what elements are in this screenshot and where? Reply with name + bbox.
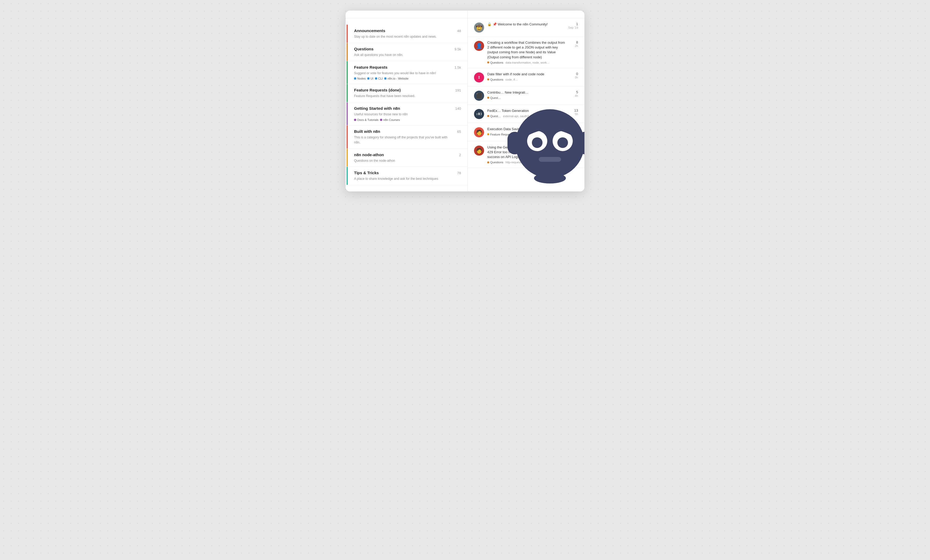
topic-meta: Quest… external-api, oauth2, rest-api (487, 115, 567, 118)
cat-count: 9.5k (454, 47, 461, 51)
category-item-getting-started[interactable]: Getting Started with n8n Useful resource… (346, 102, 467, 126)
cat-count: 2 (459, 152, 461, 157)
cat-desc: Feature Requests that have been resolved… (354, 94, 415, 98)
topic-meta: Questions data-transformation, node, wor… (487, 61, 567, 64)
cat-name: Built with n8n (354, 129, 454, 133)
topic-time: 5h (570, 131, 578, 134)
topic-replies: 0 (570, 72, 578, 76)
topic-stats: 5 4h (570, 90, 578, 97)
accent-bar (346, 43, 348, 61)
topic-item-workflow-combine[interactable]: 👤 Creating a workflow that Combines the … (468, 37, 584, 68)
cat-count: 191 (455, 88, 461, 92)
topic-tags: data-transformation, node, work… (506, 61, 550, 64)
topic-replies: 1 (570, 127, 578, 131)
topic-avatar: I (474, 72, 484, 83)
category-list: Announcements Stay up to date on the mos… (346, 25, 467, 185)
cat-count: 65 (457, 129, 461, 133)
tag-nodes[interactable]: Nodes (354, 77, 366, 80)
cat-name: n8n node-athon (354, 152, 456, 157)
accent-bar (346, 167, 348, 185)
cat-info: Questions Ask all questions you have on … (353, 47, 451, 57)
topic-tags: code, if… (506, 78, 518, 81)
cat-info: Getting Started with n8n Useful resource… (353, 106, 452, 121)
topic-meta: Questions http-request… (487, 161, 567, 164)
category-header (346, 11, 468, 18)
latest-panel: 🤠 🔒 📌 Welcome to the n8n Community! 1 Se… (468, 18, 584, 192)
category-item-questions[interactable]: Questions Ask all questions you have on … (346, 43, 467, 61)
topic-time: 4h (570, 94, 578, 97)
cat-info: Feature Requests Suggest or vote for fea… (353, 65, 451, 80)
topic-avatar: 🤠 (474, 23, 484, 32)
cat-desc: Questions on the node-athon (354, 159, 395, 163)
topic-item-fedex-token[interactable]: :0) FedEx… Token Generation Quest… exter… (468, 105, 584, 123)
cat-info: Feature Requests (done) Feature Requests… (353, 88, 452, 98)
accent-bar (346, 149, 348, 167)
cat-info: Tips & Tricks A place to share knowledge… (353, 170, 454, 181)
category-item-built-with-n8n[interactable]: Built with n8n This is a category for sh… (346, 126, 467, 149)
tag-cli[interactable]: CLI (375, 77, 383, 80)
topic-replies: 1 (570, 145, 578, 149)
topic-stats: 8 2h (570, 40, 578, 48)
topic-tags: external-api, oauth2, rest-api (503, 115, 540, 118)
category-item-tips-tricks[interactable]: Tips & Tricks A place to share knowledge… (346, 167, 467, 185)
topic-avatar: 🧑 (474, 127, 484, 137)
svg-point-8 (534, 173, 566, 184)
topic-body: Execution Data Saving Conditions Feature… (487, 127, 567, 136)
tag-n8n-courses[interactable]: n8n Courses (380, 118, 400, 121)
cat-name: Questions (354, 47, 451, 51)
topic-stats: 1 5h (570, 145, 578, 152)
accent-bar (346, 102, 348, 125)
topic-list: 🤠 🔒 📌 Welcome to the n8n Community! 1 Se… (468, 18, 584, 168)
topic-item-execution-data[interactable]: 🧑 Execution Data Saving Conditions Featu… (468, 123, 584, 141)
topic-title: Date filter with if node and code node (487, 72, 567, 77)
topic-body: Creating a workflow that Combines the ou… (487, 40, 567, 64)
topic-title: Using the Generic HTTP Request node and … (487, 145, 567, 160)
topic-category-badge: Questions (487, 161, 503, 164)
cat-name: Tips & Tricks (354, 170, 454, 175)
topic-category-badge: Quest… (487, 115, 501, 118)
topic-avatar: 🧑 (474, 146, 484, 156)
cat-info: n8n node-athon Questions on the node-ath… (353, 152, 456, 163)
topic-item-http-request[interactable]: 🧑 Using the Generic HTTP Request node an… (468, 141, 584, 168)
topic-meta: Questions code, if… (487, 78, 567, 81)
topic-item-date-filter[interactable]: I Date filter with if node and code node… (468, 68, 584, 86)
cat-count: 1.5k (454, 65, 461, 69)
cat-desc: Ask all questions you have on n8n. (354, 53, 403, 57)
topic-title: 🔒 📌 Welcome to the n8n Community! (487, 22, 565, 27)
cat-desc: Suggest or vote for features you would l… (354, 71, 436, 75)
topic-item-contributing[interactable]: ⬛ Contribu… New Integrati… Quest… 5 4h (468, 86, 584, 105)
accent-bar (346, 84, 348, 102)
topic-meta: Quest… (487, 96, 567, 100)
tag-docs-&-tutorials[interactable]: Docs & Tutorials (354, 118, 379, 121)
cat-desc: This is a category for showing off the p… (354, 135, 448, 144)
cat-name: Feature Requests (354, 65, 451, 69)
main-content: Announcements Stay up to date on the mos… (346, 18, 584, 192)
category-panel: Announcements Stay up to date on the mos… (346, 18, 468, 192)
category-item-node-athon[interactable]: n8n node-athon Questions on the node-ath… (346, 149, 467, 167)
topic-category-badge: Questions (487, 78, 503, 81)
topic-replies: 1 (568, 22, 578, 26)
cat-info: Built with n8n This is a category for sh… (353, 129, 454, 145)
topic-title: Contribu… New Integrati… (487, 90, 567, 95)
topic-title: Creating a workflow that Combines the ou… (487, 40, 567, 60)
category-item-feature-requests-done[interactable]: Feature Requests (done) Feature Requests… (346, 84, 467, 102)
topic-body: 🔒 📌 Welcome to the n8n Community! (487, 22, 565, 28)
category-item-announcements[interactable]: Announcements Stay up to date on the mos… (346, 25, 467, 43)
topic-time: 5h (570, 112, 578, 116)
topic-item-welcome[interactable]: 🤠 🔒 📌 Welcome to the n8n Community! 1 Se… (468, 18, 584, 37)
tag-ui[interactable]: UI (367, 77, 373, 80)
cat-desc: A place to share knowledge and ask for t… (354, 177, 438, 181)
topic-avatar: 👤 (474, 41, 484, 51)
topic-time: 5h (570, 149, 578, 152)
topic-replies: 13 (570, 109, 578, 112)
cat-count: 78 (457, 170, 461, 175)
cat-name: Announcements (354, 28, 454, 33)
forum-window: Announcements Stay up to date on the mos… (346, 11, 584, 192)
topic-category-badge: Feature Requests (487, 133, 513, 136)
topic-stats: 0 3h (570, 72, 578, 79)
category-item-feature-requests[interactable]: Feature Requests Suggest or vote for fea… (346, 61, 467, 84)
tag-n8n.io---website[interactable]: n8n.io - Website (384, 77, 408, 80)
latest-header (468, 11, 584, 18)
topic-tags: http-request… (506, 161, 524, 164)
topic-replies: 8 (570, 40, 578, 44)
